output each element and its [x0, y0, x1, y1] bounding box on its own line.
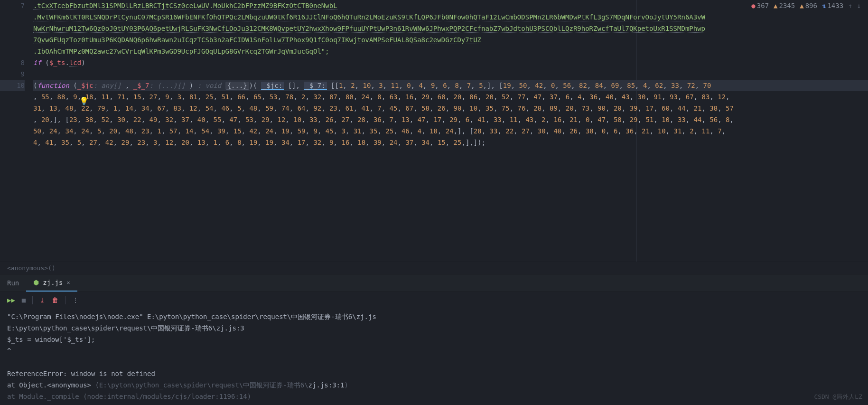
nav-up-icon[interactable]: ↑	[848, 2, 852, 9]
console-output[interactable]: "C:\Program Files\nodejs\node.exe" E:\py…	[0, 308, 868, 405]
string-literal: .MvtWFKm6tKT0RLSNQDrPtCynuC07MCpSR16WFbE…	[33, 13, 705, 21]
warning-icon: ▲	[774, 2, 777, 9]
console-trace: at Object.<anonymous> (E:\pyton\python_c…	[7, 379, 861, 391]
string-literal: .IbOAhCmTMPz0MQ2awc27wCVrLqWlKPm3wGD9Ucp…	[33, 47, 329, 55]
tab-file[interactable]: ⬢ zj.js ✕	[26, 274, 77, 292]
toolbar-divider	[32, 296, 33, 304]
run-tabs: Run ⬢ zj.js ✕	[0, 274, 868, 292]
watermark: CSDN @局外人LZ	[814, 393, 862, 401]
stop-icon[interactable]: ■	[22, 296, 26, 304]
sort-count[interactable]: ⇅1433	[822, 2, 843, 9]
console-line: E:\pyton\python_case\spider\request\中国银河…	[7, 322, 861, 334]
scroll-to-end-icon[interactable]: ⤓	[39, 296, 45, 304]
warning-icon: ▲	[800, 2, 803, 9]
keyword-if: if	[33, 59, 41, 66]
line-number: 10	[0, 80, 25, 91]
more-icon[interactable]: ⋮	[72, 296, 79, 304]
string-literal: .tCxXTcebFbzutDMl31SPMDlLRzLBRCTjtCSz0ce…	[33, 2, 337, 10]
console-line: "C:\Program Files\nodejs\node.exe" E:\py…	[7, 311, 861, 322]
line-number: 9	[0, 68, 25, 80]
close-icon[interactable]: ✕	[66, 279, 70, 286]
string-literal: 7QvwGFUqzToz0tUmu3P6KQDANQ6p6hwRawn2uICq…	[33, 36, 481, 44]
console-line: $_ts = window['$_ts'];	[7, 334, 861, 345]
line-gutter: 7 8 9 10	[0, 0, 33, 262]
tab-run[interactable]: Run	[0, 275, 26, 291]
code-editor[interactable]: .tCxXTcebFbzutDMl31SPMDlLRzLBRCTjtCSz0ce…	[33, 0, 868, 262]
sort-icon: ⇅	[822, 2, 826, 9]
folded-block[interactable]: {...}	[225, 82, 249, 90]
breadcrumb[interactable]: <anonymous>()	[0, 262, 868, 274]
line-number: 8	[0, 57, 25, 68]
nodejs-icon: ⬢	[33, 279, 39, 286]
lightbulb-icon[interactable]: 💡	[79, 95, 89, 107]
toolbar-divider	[65, 296, 65, 304]
warning-count-2[interactable]: ▲896	[800, 2, 817, 9]
console-error: ReferenceError: window is not defined	[7, 368, 861, 379]
string-literal: NwKrNhwruM12Tw6Qz0oJ0tUY03P6AQ6petUwjRLS…	[33, 25, 705, 33]
line-number: 7	[0, 0, 25, 11]
array-literal: [[1, 2, 10, 3, 11, 0, 4, 9, 6, 8, 7, 5,]…	[331, 82, 711, 89]
console-trace: at Module._compile (node:internal/module…	[7, 391, 861, 402]
rerun-icon[interactable]: ▶▶	[7, 296, 15, 304]
clear-icon[interactable]: 🗑	[52, 296, 58, 304]
warning-count-1[interactable]: ▲2345	[774, 2, 795, 9]
console-line: ^	[7, 345, 861, 357]
keyword-function: function	[37, 82, 69, 89]
run-toolbar: ▶▶ ■ ⤓ 🗑 ⋮	[0, 292, 868, 308]
error-icon: ●	[751, 2, 755, 9]
error-count[interactable]: ●367	[751, 2, 769, 9]
nav-down-icon[interactable]: ↓	[857, 2, 861, 9]
status-bar: ●367 ▲2345 ▲896 ⇅1433 ↑ ↓	[749, 1, 863, 10]
